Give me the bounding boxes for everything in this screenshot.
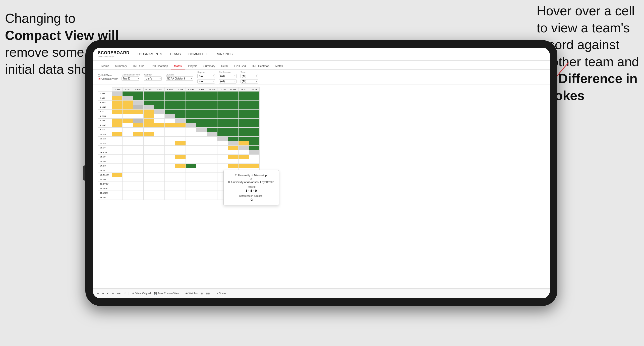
matrix-cell-r2-c14[interactable]	[249, 96, 260, 101]
matrix-cell-r20-c2[interactable]	[123, 177, 133, 182]
matrix-cell-r15-c10[interactable]	[207, 155, 217, 159]
matrix-cell-r20-c10[interactable]	[207, 177, 217, 182]
matrix-cell-r10-c13[interactable]	[239, 132, 249, 137]
matrix-cell-r12-c13[interactable]	[239, 141, 249, 146]
matrix-cell-r21-c10[interactable]	[207, 182, 217, 186]
matrix-cell-r17-c11[interactable]	[217, 164, 228, 168]
matrix-cell-r5-c1[interactable]	[112, 110, 123, 114]
matrix-cell-r21-c1[interactable]	[112, 182, 123, 186]
matrix-cell-r17-c9[interactable]	[196, 164, 207, 168]
matrix-cell-r2-c2[interactable]	[123, 96, 133, 101]
matrix-cell-r8-c11[interactable]	[217, 123, 228, 128]
matrix-cell-r22-c3[interactable]	[133, 186, 144, 191]
matrix-cell-r9-c4[interactable]	[144, 128, 154, 132]
toolbar-share[interactable]: ⤢ Share	[216, 292, 226, 295]
matrix-cell-r18-c7[interactable]	[175, 168, 186, 173]
matrix-cell-r4-c8[interactable]	[186, 105, 196, 110]
matrix-cell-r13-c3[interactable]	[133, 146, 144, 150]
matrix-cell-r11-c13[interactable]	[239, 137, 249, 141]
matrix-cell-r16-c1[interactable]	[112, 159, 123, 164]
matrix-cell-r19-c4[interactable]	[144, 173, 154, 177]
matrix-cell-r10-c11[interactable]	[217, 132, 228, 137]
matrix-cell-r7-c7[interactable]	[175, 119, 186, 123]
matrix-cell-r3-c4[interactable]	[144, 101, 154, 105]
matrix-cell-r14-c6[interactable]	[165, 150, 175, 155]
matrix-cell-r8-c8[interactable]	[186, 123, 196, 128]
matrix-cell-r16-c8[interactable]	[186, 159, 196, 164]
matrix-cell-r13-c7[interactable]	[175, 146, 186, 150]
matrix-cell-r7-c4[interactable]	[144, 119, 154, 123]
matrix-cell-r8-c2[interactable]	[123, 123, 133, 128]
matrix-cell-r16-c10[interactable]	[207, 159, 217, 164]
matrix-cell-r22-c5[interactable]	[154, 186, 165, 191]
matrix-cell-r5-c2[interactable]	[123, 110, 133, 114]
matrix-cell-r12-c11[interactable]	[217, 141, 228, 146]
matrix-cell-r17-c7[interactable]	[175, 164, 186, 168]
toolbar-grid1[interactable]: ⊞	[201, 292, 203, 295]
tab-h2h-grid-1[interactable]: H2H Grid	[130, 63, 147, 69]
matrix-cell-r17-c1[interactable]	[112, 164, 123, 168]
compact-view-radio[interactable]	[98, 78, 100, 80]
matrix-cell-r6-c13[interactable]	[239, 114, 249, 119]
matrix-cell-r12-c6[interactable]	[165, 141, 175, 146]
nav-teams[interactable]: TEAMS	[170, 52, 181, 56]
matrix-cell-r6-c2[interactable]	[123, 114, 133, 119]
region-select2[interactable]: N/A	[197, 79, 215, 83]
matrix-cell-r4-c12[interactable]	[228, 105, 239, 110]
matrix-cell-r1-c2[interactable]	[123, 92, 133, 96]
matrix-cell-r19-c7[interactable]	[175, 173, 186, 177]
matrix-cell-r13-c12[interactable]	[228, 146, 239, 150]
toolbar-refresh[interactable]: ⟲	[107, 292, 109, 295]
matrix-cell-r9-c9[interactable]	[196, 128, 207, 132]
matrix-cell-r6-c10[interactable]	[207, 114, 217, 119]
matrix-cell-r12-c12[interactable]	[228, 141, 239, 146]
matrix-cell-r4-c3[interactable]	[133, 105, 144, 110]
team-select2[interactable]: (All)	[241, 79, 258, 83]
matrix-cell-r21-c7[interactable]	[175, 182, 186, 186]
matrix-cell-r4-c6[interactable]	[165, 105, 175, 110]
toolbar-watch[interactable]: 👁 Watch ▾	[185, 292, 198, 295]
matrix-cell-r11-c14[interactable]	[249, 137, 260, 141]
matrix-cell-r4-c9[interactable]	[196, 105, 207, 110]
matrix-cell-r19-c6[interactable]	[165, 173, 175, 177]
matrix-cell-r14-c3[interactable]	[133, 150, 144, 155]
matrix-cell-r7-c2[interactable]	[123, 119, 133, 123]
matrix-cell-r2-c11[interactable]	[217, 96, 228, 101]
matrix-cell-r2-c12[interactable]	[228, 96, 239, 101]
matrix-cell-r2-c8[interactable]	[186, 96, 196, 101]
matrix-cell-r3-c5[interactable]	[154, 101, 165, 105]
matrix-cell-r19-c5[interactable]	[154, 173, 165, 177]
toolbar-add[interactable]: ⊕	[112, 292, 114, 295]
matrix-cell-r5-c12[interactable]	[228, 110, 239, 114]
matrix-cell-r11-c3[interactable]	[133, 137, 144, 141]
matrix-cell-r2-c7[interactable]	[175, 96, 186, 101]
matrix-cell-r21-c5[interactable]	[154, 182, 165, 186]
matrix-cell-r14-c10[interactable]	[207, 150, 217, 155]
matrix-cell-r7-c14[interactable]	[249, 119, 260, 123]
matrix-cell-r23-c4[interactable]	[144, 191, 154, 195]
matrix-cell-r7-c12[interactable]	[228, 119, 239, 123]
matrix-cell-r11-c9[interactable]	[196, 137, 207, 141]
matrix-cell-r3-c14[interactable]	[249, 101, 260, 105]
matrix-cell-r17-c2[interactable]	[123, 164, 133, 168]
matrix-cell-r2-c10[interactable]	[207, 96, 217, 101]
matrix-cell-r22-c8[interactable]	[186, 186, 196, 191]
matrix-cell-r10-c9[interactable]	[196, 132, 207, 137]
matrix-cell-r22-c9[interactable]	[196, 186, 207, 191]
matrix-cell-r17-c6[interactable]	[165, 164, 175, 168]
matrix-cell-r3-c1[interactable]	[112, 101, 123, 105]
matrix-cell-r20-c8[interactable]	[186, 177, 196, 182]
matrix-cell-r16-c14[interactable]	[249, 159, 260, 164]
matrix-cell-r14-c1[interactable]	[112, 150, 123, 155]
tab-h2h-grid-2[interactable]: H2H Grid	[231, 63, 249, 69]
matrix-cell-r18-c2[interactable]	[123, 168, 133, 173]
matrix-cell-r15-c3[interactable]	[133, 155, 144, 159]
matrix-cell-r3-c7[interactable]	[175, 101, 186, 105]
matrix-cell-r8-c14[interactable]	[249, 123, 260, 128]
matrix-cell-r3-c12[interactable]	[228, 101, 239, 105]
conference-select2[interactable]: (All)	[219, 79, 237, 83]
matrix-cell-r11-c4[interactable]	[144, 137, 154, 141]
matrix-cell-r4-c13[interactable]	[239, 105, 249, 110]
matrix-cell-r5-c4[interactable]	[144, 110, 154, 114]
matrix-cell-r12-c4[interactable]	[144, 141, 154, 146]
